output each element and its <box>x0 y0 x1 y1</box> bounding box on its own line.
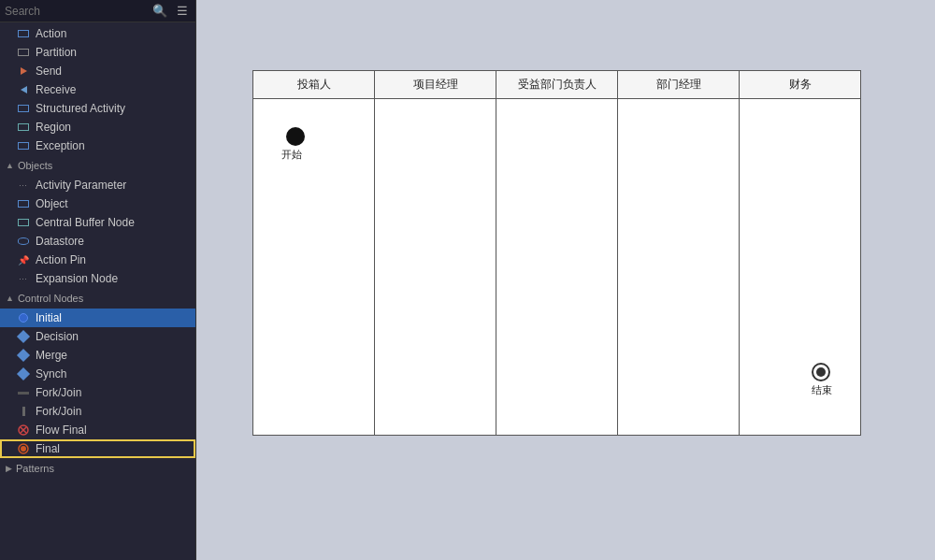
final-icon <box>17 442 30 455</box>
object-icon <box>17 197 30 210</box>
sidebar-item-decision[interactable]: Decision <box>0 327 195 346</box>
send-icon <box>17 65 30 78</box>
start-node <box>286 127 305 146</box>
diagram-table: 投箱人 项目经理 受益部门负责人 部门经理 财务 开始 <box>252 70 861 436</box>
sidebar-item-exception[interactable]: Exception <box>0 136 195 155</box>
search-input[interactable] <box>5 5 146 18</box>
sidebar-item-action-pin[interactable]: 📌 Action Pin <box>0 251 195 269</box>
sidebar-item-object[interactable]: Object <box>0 194 195 213</box>
sidebar-item-action[interactable]: Action <box>0 24 195 43</box>
column-header-3: 部门经理 <box>618 71 740 99</box>
sidebar-item-synch[interactable]: Synch <box>0 365 195 383</box>
sidebar-item-initial[interactable]: Initial <box>0 309 195 327</box>
activity-parameter-icon: ··· <box>17 179 30 192</box>
sidebar-item-expansion-node[interactable]: ··· Expansion Node <box>0 269 195 288</box>
column-header-2: 受益部门负责人 <box>496 71 618 99</box>
sidebar-item-central-buffer[interactable]: Central Buffer Node <box>0 213 195 232</box>
fork-join-v-icon <box>17 405 30 418</box>
swim-lane-0[interactable]: 开始 <box>253 99 375 436</box>
sidebar-item-send[interactable]: Send <box>0 62 195 80</box>
action-pin-icon: 📌 <box>17 253 30 266</box>
objects-section-header[interactable]: ▲ Objects <box>0 157 195 174</box>
swim-lane-3[interactable] <box>618 99 740 436</box>
actions-section: Action Partition Send Receive Structured… <box>0 22 195 157</box>
patterns-section-header[interactable]: ▶ Patterns <box>0 460 195 477</box>
objects-arrow: ▲ <box>6 161 14 170</box>
sidebar-item-activity-parameter[interactable]: ··· Activity Parameter <box>0 176 195 194</box>
sidebar-item-final[interactable]: Final <box>0 439 195 458</box>
sidebar-item-fork-join-h[interactable]: Fork/Join <box>0 383 195 402</box>
search-button[interactable]: 🔍 <box>150 3 170 19</box>
swim-lane-4[interactable]: 结束 <box>740 99 861 436</box>
decision-icon <box>17 330 30 343</box>
sidebar-item-region[interactable]: Region <box>0 118 195 136</box>
end-label: 结束 <box>812 383 832 397</box>
swim-lane-2[interactable] <box>496 99 618 436</box>
swim-lane-1[interactable] <box>375 99 496 436</box>
sidebar-item-structured-activity[interactable]: Structured Activity <box>0 99 195 118</box>
main-canvas[interactable]: 投箱人 项目经理 受益部门负责人 部门经理 财务 开始 <box>196 0 935 560</box>
patterns-arrow: ▶ <box>6 464 12 473</box>
end-node-inner <box>816 367 826 377</box>
initial-icon <box>17 311 30 324</box>
datastore-icon <box>17 235 30 248</box>
synch-icon <box>17 367 30 381</box>
flow-final-icon <box>17 424 30 437</box>
svg-point-4 <box>21 446 26 452</box>
control-nodes-arrow: ▲ <box>6 294 14 303</box>
expansion-node-icon: ··· <box>17 272 30 285</box>
column-header-0: 投箱人 <box>253 71 375 99</box>
column-header-1: 项目经理 <box>375 71 496 99</box>
partition-icon <box>17 46 30 59</box>
search-options-button[interactable]: ☰ <box>174 3 191 19</box>
sidebar-item-flow-final[interactable]: Flow Final <box>0 421 195 439</box>
column-header-4: 财务 <box>740 71 861 99</box>
sidebar-item-fork-join-v[interactable]: Fork/Join <box>0 402 195 421</box>
start-label: 开始 <box>281 148 302 162</box>
exception-icon <box>17 139 30 152</box>
action-icon <box>17 27 30 40</box>
fork-join-h-icon <box>17 386 30 399</box>
sidebar-item-merge[interactable]: Merge <box>0 346 195 365</box>
receive-icon <box>17 83 30 96</box>
search-bar: 🔍 ☰ <box>0 0 195 22</box>
merge-icon <box>17 349 30 362</box>
end-node-container: 结束 <box>812 363 832 397</box>
region-icon <box>17 121 30 134</box>
sidebar: 🔍 ☰ Action Partition Send Receive Struct… <box>0 0 196 560</box>
control-nodes-section-header[interactable]: ▲ Control Nodes <box>0 290 195 307</box>
structured-activity-icon <box>17 102 30 115</box>
sidebar-item-datastore[interactable]: Datastore <box>0 232 195 251</box>
central-buffer-icon <box>17 216 30 229</box>
control-nodes-section: Initial Decision Merge Synch Fork/Join F… <box>0 307 195 460</box>
objects-section: ··· Activity Parameter Object Central Bu… <box>0 174 195 290</box>
end-node <box>812 363 830 381</box>
sidebar-item-partition[interactable]: Partition <box>0 43 195 62</box>
sidebar-item-receive[interactable]: Receive <box>0 80 195 99</box>
